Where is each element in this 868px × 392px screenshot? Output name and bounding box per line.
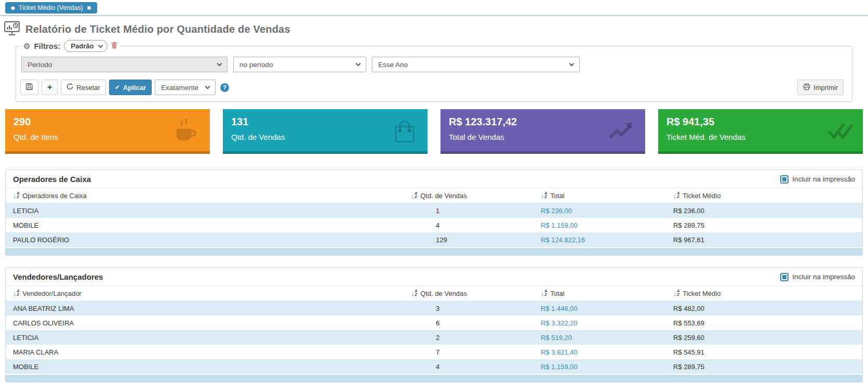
table-row: LETICIA2R$ 519,20R$ 259,60 xyxy=(6,330,862,345)
cell-qty: 4 xyxy=(411,221,541,229)
checkbox-checked-icon[interactable] xyxy=(780,175,789,184)
table-footer-bar xyxy=(6,248,862,255)
filter-buttons-row: + Resetar ✔ Aplicar Exatamente ? xyxy=(20,80,848,95)
column-header-qtd[interactable]: ↓AZ Qtd. de Vendas xyxy=(411,192,541,200)
table-row: MOBILE4R$ 1.159,00R$ 289,75 xyxy=(6,218,862,232)
sort-alpha-icon: ↓AZ xyxy=(13,290,19,297)
sort-alpha-icon: ↓AZ xyxy=(13,192,19,199)
delete-filter-icon[interactable] xyxy=(111,42,117,50)
cell-total[interactable]: R$ 1.159,00 xyxy=(541,363,673,371)
tab-label: Ticket Médio (Vendas) xyxy=(19,4,83,11)
column-header-label: Vendedor/Lançador xyxy=(22,290,81,297)
page-title: Relatório de Ticket Médio por Quantidade… xyxy=(25,23,290,35)
cell-ticket: R$ 259,60 xyxy=(673,334,855,342)
table-header-row: ↓AZ Operadores de Caixa ↓AZ Qtd. de Vend… xyxy=(6,188,862,203)
coffee-icon xyxy=(171,115,203,149)
cell-total[interactable]: R$ 1.446,00 xyxy=(541,305,673,312)
print-button-label: Imprimir xyxy=(813,84,838,92)
panel-vendedores: Vendedores/Lançadores Incluir na impress… xyxy=(5,267,863,383)
column-header-label: Qtd. de Vendas xyxy=(420,290,467,297)
cell-ticket: R$ 553,69 xyxy=(673,319,855,327)
cell-total[interactable]: R$ 3.322,20 xyxy=(541,319,673,327)
tab-close-icon[interactable]: ✖ xyxy=(87,5,91,11)
cell-total[interactable]: R$ 519,20 xyxy=(541,334,673,342)
column-header-qtd[interactable]: ↓AZ Qtd. de Vendas xyxy=(411,290,541,297)
table-body: LETICIA1R$ 236,00R$ 236,00MOBILE4R$ 1.15… xyxy=(6,203,862,247)
column-header-label: Qtd. de Vendas xyxy=(420,192,467,200)
cell-name: ANA BEATRIZ LIMA xyxy=(13,305,411,312)
plus-icon: + xyxy=(47,83,52,92)
print-button[interactable]: Imprimir xyxy=(797,80,844,95)
filter-preset-select[interactable]: Padrão xyxy=(64,40,108,52)
include-print-toggle[interactable]: Incluir na impressão xyxy=(780,175,855,184)
match-mode-select[interactable]: Exatamente xyxy=(155,80,216,95)
checkbox-checked-icon[interactable] xyxy=(780,273,789,281)
filter-selects-row: Período no período Esse Ano xyxy=(21,57,847,72)
tab-ticket-medio[interactable]: ● Ticket Médio (Vendas) ✖ xyxy=(5,2,97,14)
card-ticket-medio: R$ 941,35 Ticket Méd. de Vendas xyxy=(658,109,863,154)
match-mode-value: Exatamente xyxy=(161,84,198,92)
filter-field-select[interactable]: Período xyxy=(21,57,228,72)
shopping-bag-icon xyxy=(389,115,420,149)
column-header-total[interactable]: ↓AZ Total xyxy=(541,192,673,200)
apply-button[interactable]: ✔ Aplicar xyxy=(109,80,152,95)
card-qtd-itens: 290 Qtd. de Itens xyxy=(5,109,210,154)
cell-ticket: R$ 482,00 xyxy=(673,305,855,312)
column-header-label: Ticket Médio xyxy=(683,290,720,297)
tab-bar: ● Ticket Médio (Vendas) ✖ xyxy=(0,0,868,16)
chevron-down-icon xyxy=(356,61,361,67)
table-body: ANA BEATRIZ LIMA3R$ 1.446,00R$ 482,00CAR… xyxy=(6,301,862,374)
cell-qty: 1 xyxy=(411,207,541,215)
refresh-icon xyxy=(66,83,73,92)
chevron-down-icon xyxy=(569,61,575,67)
table-row: MARIA CLARA7R$ 3.821,40R$ 545,91 xyxy=(6,345,862,359)
save-filter-button[interactable] xyxy=(20,80,38,95)
card-total-vendas: R$ 123.317,42 Total de Vendas xyxy=(440,109,645,154)
gear-icon: ⚙ xyxy=(23,42,30,51)
cell-qty: 129 xyxy=(411,236,541,244)
table-row: CARLOS OLIVEIRA6R$ 3.322,20R$ 553,69 xyxy=(6,316,862,330)
column-header-label: Ticket Médio xyxy=(683,192,720,200)
panel-operadores: Operadores de Caixa Incluir na impressão… xyxy=(5,169,863,256)
report-chart-icon xyxy=(4,21,20,38)
metric-cards: 290 Qtd. de Itens 131 Qtd. de Vendas xyxy=(5,109,863,154)
column-header-label: Total xyxy=(550,290,564,297)
apply-button-label: Aplicar xyxy=(123,84,146,92)
column-header-ticket[interactable]: ↓AZ Ticket Médio xyxy=(673,192,855,200)
cell-name: MOBILE xyxy=(13,221,411,229)
sort-alpha-icon: ↓AZ xyxy=(411,290,417,297)
table-row: PAULO ROGÉRIO129R$ 124.822,16R$ 967,61 xyxy=(6,232,862,247)
cell-ticket: R$ 545,91 xyxy=(673,348,855,356)
double-check-icon xyxy=(822,115,856,148)
filter-operator-value: no período xyxy=(239,61,273,69)
cell-total[interactable]: R$ 236,00 xyxy=(541,207,673,215)
help-icon[interactable]: ? xyxy=(220,83,229,92)
reset-button[interactable]: Resetar xyxy=(61,80,106,95)
column-header-total[interactable]: ↓AZ Total xyxy=(541,290,673,297)
card-qtd-vendas: 131 Qtd. de Vendas xyxy=(223,109,428,154)
cell-qty: 4 xyxy=(411,363,541,371)
cell-total[interactable]: R$ 3.821,40 xyxy=(541,348,673,356)
cell-total[interactable]: R$ 124.822,16 xyxy=(541,236,673,244)
cell-total[interactable]: R$ 1.159,00 xyxy=(541,221,673,229)
column-header-vendedor[interactable]: ↓AZ Vendedor/Lançador xyxy=(13,290,411,297)
filter-operator-select[interactable]: no período xyxy=(233,57,366,72)
cell-name: CARLOS OLIVEIRA xyxy=(13,319,411,327)
table-row: ANA BEATRIZ LIMA3R$ 1.446,00R$ 482,00 xyxy=(6,301,862,316)
sort-alpha-icon: ↓AZ xyxy=(541,192,547,199)
include-print-label: Incluir na impressão xyxy=(792,273,855,281)
cell-qty: 3 xyxy=(411,305,541,312)
chevron-down-icon xyxy=(98,43,103,48)
column-header-operadores[interactable]: ↓AZ Operadores de Caixa xyxy=(13,192,411,200)
column-header-ticket[interactable]: ↓AZ Ticket Médio xyxy=(673,290,855,297)
include-print-toggle[interactable]: Incluir na impressão xyxy=(780,273,855,281)
page-header: Relatório de Ticket Médio por Quantidade… xyxy=(0,16,868,39)
cell-ticket: R$ 236,00 xyxy=(673,207,855,215)
floppy-disk-icon xyxy=(26,83,33,92)
add-filter-button[interactable]: + xyxy=(42,80,58,95)
cell-name: MARIA CLARA xyxy=(13,348,411,356)
filter-value-select[interactable]: Esse Ano xyxy=(372,57,580,72)
sort-alpha-icon: ↓AZ xyxy=(411,192,417,199)
cell-qty: 7 xyxy=(411,348,541,356)
sort-alpha-icon: ↓AZ xyxy=(673,290,679,297)
